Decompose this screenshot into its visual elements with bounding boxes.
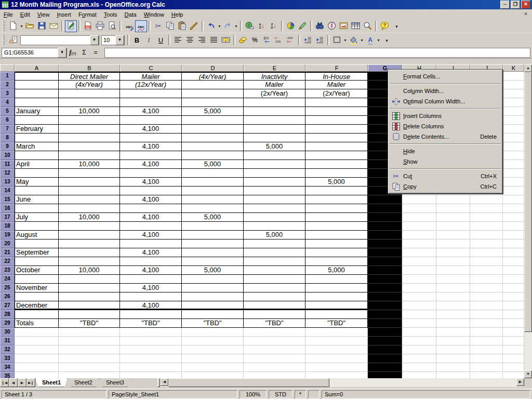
cell-F33[interactable]	[305, 354, 368, 363]
context-menu-item-insert-columns[interactable]: Insert Columns	[389, 111, 502, 121]
save-button[interactable]	[36, 20, 48, 32]
cell-K8[interactable]	[503, 134, 524, 142]
tab-splitter-handle[interactable]	[157, 378, 160, 387]
cell-D26[interactable]	[182, 292, 244, 301]
copy-button[interactable]	[164, 20, 176, 32]
cell-K27[interactable]	[503, 301, 524, 310]
cell-H26[interactable]	[402, 292, 436, 301]
undo-button[interactable]	[205, 20, 217, 32]
cell-K16[interactable]	[503, 204, 524, 213]
cell-I30[interactable]	[436, 328, 470, 337]
cell-E31[interactable]	[244, 337, 305, 345]
hyperlink-button[interactable]	[244, 20, 256, 32]
cell-J25[interactable]	[470, 284, 503, 292]
overflow-button[interactable]: ▾	[381, 34, 393, 46]
cell-D31[interactable]	[182, 337, 244, 345]
cell-D16[interactable]	[182, 204, 244, 213]
row-header-19[interactable]: 19	[0, 231, 15, 240]
status-page-style[interactable]: PageStyle_Sheet1	[109, 390, 237, 398]
scroll-right-icon[interactable]: ▶	[516, 378, 524, 386]
cell-D2[interactable]	[182, 81, 244, 89]
row-header-9[interactable]: 9	[0, 142, 15, 151]
cell-E22[interactable]	[244, 257, 305, 266]
cell-F24[interactable]	[305, 275, 368, 284]
cell-C4[interactable]	[120, 98, 182, 107]
row-header-2[interactable]: 2	[0, 81, 15, 89]
context-menu-item-optimal-column-width[interactable]: Optimal Column Width...	[389, 96, 502, 107]
gallery-button[interactable]	[338, 20, 350, 32]
cell-K14[interactable]	[503, 187, 524, 195]
row-header-28[interactable]: 28	[0, 310, 15, 319]
row-header-30[interactable]: 30	[0, 328, 15, 337]
data-sources-button[interactable]	[350, 20, 362, 32]
cell-E14[interactable]	[244, 187, 305, 195]
increase-indent-button[interactable]	[314, 34, 326, 46]
cell-K12[interactable]	[503, 169, 524, 178]
cell-D34[interactable]	[182, 363, 244, 372]
cell-B30[interactable]	[59, 328, 120, 337]
cell-G21[interactable]	[368, 248, 402, 257]
cell-G25[interactable]	[368, 284, 402, 292]
maximize-button[interactable]: ❐	[511, 1, 520, 9]
cell-A8[interactable]	[15, 134, 59, 142]
row-header-20[interactable]: 20	[0, 240, 15, 248]
cell-C18[interactable]	[120, 222, 182, 231]
cell-I28[interactable]	[436, 310, 470, 319]
name-box[interactable]: G1:G65536 ▼	[2, 48, 67, 58]
cell-G22[interactable]	[368, 257, 402, 266]
cell-F34[interactable]	[305, 363, 368, 372]
context-menu-item-hide[interactable]: Hide	[389, 146, 502, 156]
cell-C20[interactable]	[120, 240, 182, 248]
cell-I25[interactable]	[436, 284, 470, 292]
cell-A4[interactable]	[15, 98, 59, 107]
cell-A16[interactable]	[15, 204, 59, 213]
cell-H24[interactable]	[402, 275, 436, 284]
cell-F7[interactable]	[305, 125, 368, 134]
cell-J29[interactable]	[470, 319, 503, 328]
cell-F8[interactable]	[305, 134, 368, 142]
horizontal-scrollbar[interactable]: ◀▶	[161, 378, 524, 387]
cell-F26[interactable]	[305, 292, 368, 301]
cell-K17[interactable]	[503, 213, 524, 222]
cell-E28[interactable]	[244, 310, 305, 319]
cell-K28[interactable]	[503, 310, 524, 319]
cell-B9[interactable]	[59, 142, 120, 151]
row-header-17[interactable]: 17	[0, 213, 15, 222]
cell-G26[interactable]	[368, 292, 402, 301]
status-zoom-level[interactable]: 100%	[240, 390, 267, 398]
redo-button[interactable]	[222, 20, 234, 32]
cell-J31[interactable]	[470, 337, 503, 345]
row-header-7[interactable]: 7	[0, 125, 15, 134]
cell-E4[interactable]	[244, 98, 305, 107]
standard-format-button[interactable]: $%	[261, 34, 273, 46]
cell-A24[interactable]	[15, 275, 59, 284]
cell-F29[interactable]: "TBD"	[305, 319, 368, 328]
context-menu-item-delete-columns[interactable]: Delete Columns	[389, 121, 502, 131]
row-header-32[interactable]: 32	[0, 345, 15, 354]
cell-K6[interactable]	[503, 116, 524, 125]
cell-G29[interactable]	[368, 319, 402, 328]
cell-B25[interactable]	[59, 284, 120, 292]
cell-H25[interactable]	[402, 284, 436, 292]
column-header-D[interactable]: D	[182, 64, 244, 72]
cell-K30[interactable]	[503, 328, 524, 337]
cell-D33[interactable]	[182, 354, 244, 363]
cell-D8[interactable]	[182, 134, 244, 142]
cell-J28[interactable]	[470, 310, 503, 319]
cell-G15[interactable]	[368, 195, 402, 204]
cell-K15[interactable]	[503, 195, 524, 204]
cell-G33[interactable]	[368, 354, 402, 363]
function-wizard-icon[interactable]: f(x)	[67, 47, 78, 58]
cell-E30[interactable]	[244, 328, 305, 337]
cell-D3[interactable]	[182, 89, 244, 98]
cell-K25[interactable]	[503, 284, 524, 292]
menu-view[interactable]: View	[34, 10, 54, 19]
open-button[interactable]	[24, 20, 36, 32]
cell-K4[interactable]	[503, 98, 524, 107]
cell-G32[interactable]	[368, 345, 402, 354]
cell-B13[interactable]	[59, 178, 120, 187]
zoom-button[interactable]	[362, 20, 374, 32]
row-header-26[interactable]: 26	[0, 292, 15, 301]
cell-D23[interactable]: 5,000	[182, 266, 244, 275]
cell-F13[interactable]: 5,000	[305, 178, 368, 187]
